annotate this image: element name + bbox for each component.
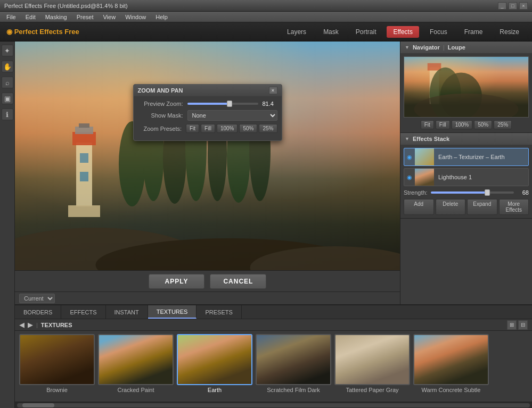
texture-thumb-warm-concrete-subtle bbox=[413, 334, 489, 385]
cancel-button[interactable]: CANCEL bbox=[210, 274, 266, 289]
tab-instant[interactable]: INSTANT bbox=[106, 305, 148, 319]
effects-stack-title: Effects Stack bbox=[413, 136, 449, 142]
effects-stack-header[interactable]: ▼ Effects Stack bbox=[400, 133, 532, 145]
show-mask-row: Show Mask: None Red Grayscale bbox=[138, 110, 277, 121]
tab-mask[interactable]: Mask bbox=[317, 26, 345, 38]
navigator-header[interactable]: ▼ Navigator | Loupe bbox=[400, 41, 532, 53]
close-button[interactable]: × bbox=[519, 2, 528, 10]
nav-fill-button[interactable]: Fill bbox=[436, 120, 450, 129]
scroll-track[interactable] bbox=[17, 403, 530, 407]
nav-100-button[interactable]: 100% bbox=[452, 120, 473, 129]
bottom-tab-bar: BORDERS EFFECTS INSTANT TEXTURES PRESETS bbox=[15, 305, 532, 319]
tab-effects[interactable]: Effects bbox=[387, 26, 419, 38]
more-effects-button[interactable]: More Effects bbox=[499, 199, 529, 215]
texture-item-cracked-paint[interactable]: Cracked Paint bbox=[98, 334, 174, 393]
bottom-scrollbar[interactable] bbox=[15, 402, 532, 408]
navigator-title: Navigator bbox=[413, 44, 440, 51]
right-panel: ▼ Navigator | Loupe bbox=[400, 41, 532, 304]
app-header: ◉ Perfect Effects Free Layers Mask Portr… bbox=[0, 22, 532, 41]
strength-slider-thumb[interactable] bbox=[485, 189, 490, 196]
zoom-preset-25[interactable]: 25% bbox=[259, 124, 277, 133]
texture-name-brownie: Brownie bbox=[46, 387, 68, 393]
zoom-close-button[interactable]: × bbox=[269, 87, 277, 94]
zoom-panel-title: ZOOM AND PAN bbox=[138, 87, 183, 94]
preview-zoom-label: Preview Zoom: bbox=[138, 101, 183, 107]
tab-textures[interactable]: TEXTURES bbox=[148, 305, 197, 319]
tab-focus[interactable]: Focus bbox=[423, 26, 454, 38]
effect-eye-lighthouse[interactable]: ◉ bbox=[404, 174, 415, 181]
rocks-svg bbox=[15, 174, 400, 270]
effect-label-lighthouse: Lighthouse 1 bbox=[434, 172, 528, 182]
tool-pan[interactable]: ✋ bbox=[2, 61, 13, 72]
delete-effect-button[interactable]: Delete bbox=[436, 199, 466, 215]
tab-presets[interactable]: PRESETS bbox=[197, 305, 241, 319]
grid-view-buttons: ⊞ ⊟ bbox=[507, 320, 528, 330]
effect-row-earth[interactable]: ◉ Earth – Texturizer – Earth bbox=[404, 148, 529, 166]
effect-row-lighthouse[interactable]: ◉ Lighthouse 1 bbox=[404, 168, 529, 186]
strength-row: Strength: 68 bbox=[404, 189, 529, 196]
breadcrumb-separator: | bbox=[36, 322, 38, 328]
strength-slider[interactable] bbox=[431, 191, 514, 194]
texture-item-scratched-film-dark[interactable]: Scratched Film Dark bbox=[256, 334, 331, 393]
texture-thumb-earth bbox=[177, 334, 252, 385]
menu-window[interactable]: Window bbox=[121, 13, 150, 21]
tab-resize[interactable]: Resize bbox=[493, 26, 526, 38]
menu-view[interactable]: View bbox=[99, 13, 120, 21]
nav-50-button[interactable]: 50% bbox=[474, 120, 492, 129]
menu-preset[interactable]: Preset bbox=[72, 13, 98, 21]
scroll-thumb[interactable] bbox=[22, 403, 54, 407]
window-controls: _ □ × bbox=[498, 2, 528, 10]
tool-info[interactable]: ℹ bbox=[2, 109, 13, 120]
expand-effect-button[interactable]: Expand bbox=[467, 199, 497, 215]
tab-effects[interactable]: EFFECTS bbox=[61, 305, 105, 319]
zoom-preset-fit[interactable]: Fit bbox=[186, 124, 199, 133]
menu-help[interactable]: Help bbox=[151, 13, 172, 21]
show-mask-select[interactable]: None Red Grayscale bbox=[187, 110, 277, 121]
texture-item-warm-concrete-subtle[interactable]: Warm Concrete Subtle bbox=[413, 334, 489, 393]
tab-layers[interactable]: Layers bbox=[281, 26, 313, 38]
texture-item-earth[interactable]: Earth bbox=[177, 334, 252, 393]
zoom-panel-body: Preview Zoom: 81.4 Show Mask: N bbox=[134, 96, 282, 140]
tab-frame[interactable]: Frame bbox=[458, 26, 489, 38]
menu-masking[interactable]: Masking bbox=[41, 13, 71, 21]
svg-rect-3 bbox=[79, 123, 89, 128]
maximize-button[interactable]: □ bbox=[509, 2, 517, 10]
tab-portrait[interactable]: Portrait bbox=[349, 26, 383, 38]
tool-zoom[interactable]: ⌕ bbox=[2, 77, 13, 88]
menu-edit[interactable]: Edit bbox=[21, 13, 40, 21]
svg-rect-18 bbox=[428, 63, 441, 71]
add-effect-button[interactable]: Add bbox=[404, 199, 434, 215]
nav-25-button[interactable]: 25% bbox=[494, 120, 512, 129]
zoom-preview-row: Preview Zoom: 81.4 bbox=[138, 101, 277, 107]
effects-stack-collapse-icon: ▼ bbox=[405, 136, 410, 141]
grid-view-small[interactable]: ⊟ bbox=[518, 320, 528, 330]
minimize-button[interactable]: _ bbox=[498, 2, 506, 10]
main-layout: ✦ ✋ ⌕ ▣ ℹ bbox=[0, 41, 532, 408]
navigator-section: ▼ Navigator | Loupe bbox=[400, 41, 532, 133]
show-mask-label: Show Mask: bbox=[138, 112, 183, 119]
canvas-image[interactable]: ZOOM AND PAN × Preview Zoom: 81.4 bbox=[15, 41, 400, 270]
current-select[interactable]: Current bbox=[19, 294, 55, 303]
tab-borders[interactable]: BORDERS bbox=[15, 305, 61, 319]
effect-eye-earth[interactable]: ◉ bbox=[404, 154, 415, 161]
zoom-preset-50[interactable]: 50% bbox=[239, 124, 257, 133]
preview-zoom-slider[interactable] bbox=[187, 103, 258, 105]
loupe-label[interactable]: Loupe bbox=[448, 44, 465, 51]
nav-preview-svg bbox=[404, 57, 528, 117]
tool-crop[interactable]: ▣ bbox=[2, 93, 13, 104]
texture-thumb-brownie bbox=[19, 334, 95, 385]
breadcrumb-back[interactable]: ◀ bbox=[19, 321, 24, 329]
left-toolbar: ✦ ✋ ⌕ ▣ ℹ bbox=[0, 41, 15, 408]
texture-grid: Brownie Cracked Paint Earth bbox=[15, 331, 532, 402]
texture-item-tattered-paper-gray[interactable]: Tattered Paper Gray bbox=[334, 334, 410, 393]
texture-item-brownie[interactable]: Brownie bbox=[19, 334, 95, 393]
zoom-preset-fill[interactable]: Fill bbox=[201, 124, 215, 133]
nav-fit-button[interactable]: Fit bbox=[421, 120, 434, 129]
breadcrumb-forward[interactable]: ▶ bbox=[28, 321, 33, 329]
menu-file[interactable]: File bbox=[2, 13, 20, 21]
texture-name-cracked-paint: Cracked Paint bbox=[117, 387, 154, 393]
tool-select[interactable]: ✦ bbox=[2, 45, 13, 56]
grid-view-large[interactable]: ⊞ bbox=[507, 320, 517, 330]
zoom-preset-100[interactable]: 100% bbox=[217, 124, 238, 133]
apply-button[interactable]: APPLY bbox=[149, 274, 205, 289]
